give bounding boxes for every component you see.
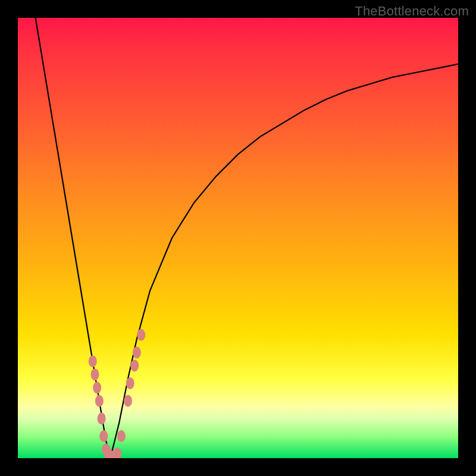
- data-marker: [130, 360, 139, 372]
- data-marker: [93, 382, 101, 394]
- data-marker: [124, 395, 132, 407]
- data-marker: [137, 329, 145, 341]
- watermark-text: TheBottleneck.com: [355, 4, 469, 19]
- chart-frame: TheBottleneck.com: [0, 0, 476, 476]
- data-marker: [133, 346, 141, 358]
- data-marker: [99, 430, 108, 442]
- data-marker: [95, 395, 104, 407]
- marker-group: [89, 329, 145, 458]
- chart-plot-area: [18, 18, 458, 458]
- data-marker: [91, 368, 99, 380]
- data-marker: [98, 412, 106, 424]
- chart-svg: [18, 18, 458, 458]
- data-marker: [126, 377, 134, 389]
- data-marker: [117, 430, 126, 442]
- data-marker: [113, 448, 121, 458]
- data-marker: [89, 355, 97, 367]
- right-curve: [110, 64, 458, 458]
